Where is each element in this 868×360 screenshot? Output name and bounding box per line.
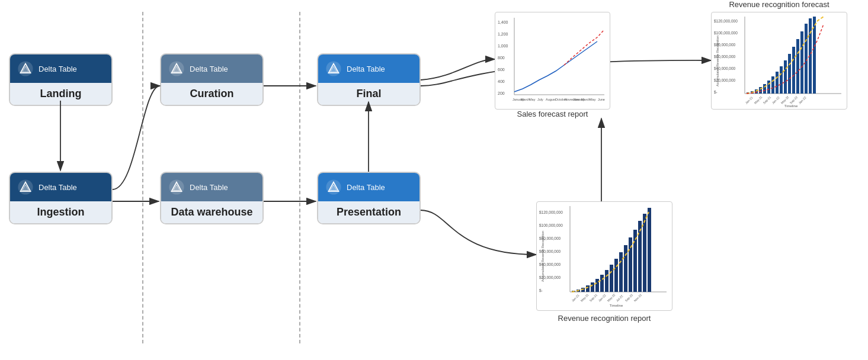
chart-revenue-forecast: $- $20,000,000 $40,000,000 $60,000,000 $… bbox=[711, 12, 847, 110]
svg-rect-94 bbox=[591, 282, 594, 292]
svg-rect-69 bbox=[805, 24, 808, 94]
revenue-report-svg: $- $20,000,000 $40,000,000 $60,000,000 $… bbox=[539, 203, 670, 310]
svg-rect-65 bbox=[788, 54, 791, 94]
node-curation-header-text: Delta Table bbox=[190, 65, 228, 73]
node-ingestion-header: Delta Table bbox=[10, 173, 111, 201]
svg-text:1,200: 1,200 bbox=[498, 32, 508, 36]
svg-text:May: May bbox=[590, 98, 596, 101]
svg-text:May-21: May-21 bbox=[580, 292, 590, 302]
svg-text:Jan-22: Jan-22 bbox=[798, 95, 807, 104]
svg-rect-104 bbox=[638, 221, 642, 292]
caption-revenue-report: Revenue recognition report bbox=[536, 314, 672, 323]
chart-revenue-report: $- $20,000,000 $40,000,000 $60,000,000 $… bbox=[536, 201, 672, 311]
svg-text:600: 600 bbox=[498, 68, 505, 72]
svg-text:Timeline: Timeline bbox=[784, 104, 798, 108]
svg-rect-96 bbox=[600, 275, 604, 292]
node-final: Delta Table Final bbox=[317, 53, 421, 106]
svg-text:May-22: May-22 bbox=[780, 95, 790, 104]
svg-text:400: 400 bbox=[498, 79, 505, 83]
svg-rect-67 bbox=[796, 39, 799, 94]
svg-text:Jan-21: Jan-21 bbox=[745, 95, 754, 104]
node-landing: Delta Table Landing bbox=[9, 53, 113, 106]
node-final-header-text: Delta Table bbox=[347, 65, 385, 73]
svg-text:800: 800 bbox=[498, 56, 505, 60]
svg-text:Sep-21: Sep-21 bbox=[589, 293, 598, 303]
node-curation-header: Delta Table bbox=[161, 54, 262, 83]
sales-forecast-svg: 200 400 600 800 1,000 1,200 1,400 Januar… bbox=[498, 15, 607, 110]
diagram-area: Delta Table Landing Delta Table Ingestio… bbox=[0, 0, 868, 360]
node-ingestion-header-text: Delta Table bbox=[39, 183, 77, 192]
node-presentation-header-text: Delta Table bbox=[347, 183, 385, 192]
chart-sales-forecast: 200 400 600 800 1,000 1,200 1,400 Januar… bbox=[495, 12, 610, 110]
svg-text:Sep-22: Sep-22 bbox=[789, 95, 799, 105]
svg-text:Timeline: Timeline bbox=[610, 304, 623, 307]
svg-text:March: March bbox=[521, 98, 530, 101]
svg-rect-61 bbox=[771, 76, 774, 94]
svg-rect-106 bbox=[648, 208, 651, 292]
delta-icon bbox=[17, 60, 34, 77]
node-curation-label: Curation bbox=[161, 83, 262, 105]
node-ingestion: Delta Table Ingestion bbox=[9, 172, 113, 224]
svg-rect-95 bbox=[595, 279, 599, 292]
svg-text:1,400: 1,400 bbox=[498, 20, 508, 24]
node-final-label: Final bbox=[318, 83, 419, 105]
delta-icon-dw bbox=[168, 179, 185, 195]
node-curation: Delta Table Curation bbox=[160, 53, 264, 106]
svg-text:May-22: May-22 bbox=[607, 292, 616, 302]
caption-sales-forecast: Sales forecast report bbox=[495, 110, 610, 118]
svg-rect-97 bbox=[605, 270, 608, 292]
svg-rect-100 bbox=[619, 252, 623, 292]
svg-rect-98 bbox=[610, 265, 613, 292]
node-ingestion-label: Ingestion bbox=[10, 201, 111, 223]
svg-text:200: 200 bbox=[498, 91, 505, 95]
revenue-forecast-svg: $- $20,000,000 $40,000,000 $60,000,000 $… bbox=[714, 14, 844, 108]
svg-text:July: July bbox=[537, 98, 543, 101]
svg-text:$120,000,000: $120,000,000 bbox=[539, 210, 563, 214]
delta-icon-curation bbox=[168, 60, 185, 77]
node-presentation-label: Presentation bbox=[318, 201, 419, 223]
node-final-header: Delta Table bbox=[318, 54, 419, 83]
caption-revenue-forecast-top: Revenue recognition forecast bbox=[711, 0, 847, 9]
svg-text:$100,000,000: $100,000,000 bbox=[714, 31, 738, 35]
node-landing-header-text: Delta Table bbox=[39, 65, 77, 73]
svg-text:May: May bbox=[529, 98, 536, 101]
svg-rect-62 bbox=[776, 72, 779, 94]
node-datawarehouse-header: Delta Table bbox=[161, 173, 262, 201]
svg-text:May-21: May-21 bbox=[754, 95, 763, 104]
svg-rect-99 bbox=[614, 259, 618, 292]
svg-rect-66 bbox=[792, 47, 795, 94]
svg-rect-60 bbox=[767, 81, 770, 94]
separator-line-1 bbox=[142, 12, 143, 343]
node-presentation-header: Delta Table bbox=[318, 173, 419, 201]
svg-text:June: June bbox=[598, 98, 605, 101]
svg-rect-63 bbox=[780, 66, 783, 94]
svg-text:Accumulated Revenue Recognitio: Accumulated Revenue Recognition bbox=[716, 36, 719, 86]
svg-rect-105 bbox=[643, 214, 646, 292]
svg-rect-64 bbox=[784, 60, 787, 94]
separator-line-2 bbox=[299, 12, 300, 343]
svg-text:1,000: 1,000 bbox=[498, 44, 508, 48]
svg-text:$100,000,000: $100,000,000 bbox=[539, 223, 563, 227]
svg-text:Jan-21: Jan-21 bbox=[571, 293, 580, 302]
svg-rect-68 bbox=[800, 31, 803, 94]
svg-text:Jan-22: Jan-22 bbox=[771, 95, 780, 104]
svg-text:Sep-22: Sep-22 bbox=[624, 293, 634, 303]
svg-rect-101 bbox=[624, 245, 627, 292]
svg-text:$120,000,000: $120,000,000 bbox=[714, 19, 738, 23]
svg-text:Sep-21: Sep-21 bbox=[763, 95, 772, 105]
node-landing-label: Landing bbox=[10, 83, 111, 105]
svg-text:Nov-22: Nov-22 bbox=[633, 293, 643, 303]
node-landing-header: Delta Table bbox=[10, 54, 111, 83]
svg-text:March: March bbox=[581, 98, 590, 101]
delta-icon-final bbox=[325, 60, 342, 77]
node-datawarehouse-header-text: Delta Table bbox=[190, 183, 228, 192]
svg-text:Jul-22: Jul-22 bbox=[616, 294, 624, 303]
node-datawarehouse-label: Data warehouse bbox=[161, 201, 262, 223]
delta-icon-ingestion bbox=[17, 179, 34, 195]
delta-icon-presentation bbox=[325, 179, 342, 195]
svg-text:Accumulated Revenue Recognitio: Accumulated Revenue Recognition bbox=[541, 231, 544, 282]
svg-text:August: August bbox=[546, 98, 556, 101]
node-datawarehouse: Delta Table Data warehouse bbox=[160, 172, 264, 224]
node-presentation: Delta Table Presentation bbox=[317, 172, 421, 224]
svg-text:Jan-22: Jan-22 bbox=[598, 293, 607, 302]
